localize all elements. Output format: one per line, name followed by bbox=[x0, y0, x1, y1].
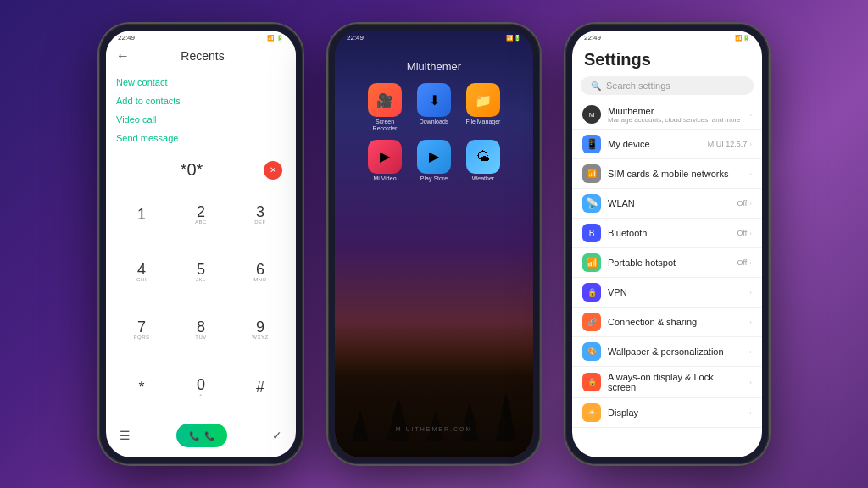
page-title: Recents bbox=[136, 49, 269, 63]
dial-key-3[interactable]: 3DEF bbox=[231, 186, 289, 242]
settings-list: M Miuithemer Manage accounts, cloud serv… bbox=[572, 100, 762, 458]
weather-label: Weather bbox=[472, 175, 494, 182]
watermark: MIUITHEMER.COM bbox=[335, 426, 533, 432]
chevron-icon: › bbox=[749, 200, 752, 208]
dialer-display: *0* ✕ bbox=[106, 152, 296, 183]
chevron-icon: › bbox=[749, 141, 752, 148]
dial-menu-icon[interactable]: ☰ bbox=[120, 429, 131, 442]
chevron-icon: › bbox=[749, 111, 752, 119]
device-icon: 📱 bbox=[582, 135, 601, 153]
menu-add-contacts[interactable]: Add to contacts bbox=[116, 92, 286, 109]
play-store-icon: ▶ bbox=[417, 140, 451, 174]
settings-bluetooth[interactable]: B Bluetooth Off › bbox=[572, 219, 762, 248]
chevron-icon: › bbox=[749, 170, 752, 178]
wlan-value: Off bbox=[737, 199, 747, 208]
dial-key-9[interactable]: 9WXYZ bbox=[231, 302, 289, 358]
search-bar[interactable]: 🔍 Search settings bbox=[581, 76, 754, 95]
files-label: File Manager bbox=[466, 119, 501, 125]
device-label: My device bbox=[608, 139, 701, 149]
app-grid: 🎥 Screen Recorder ⬇ Downloads 📁 File Man… bbox=[335, 80, 533, 192]
app-row-2: ▶ Mi Video ▶ Play Store 🌤 Weather bbox=[342, 140, 526, 182]
app-files[interactable]: 📁 File Manager bbox=[461, 83, 505, 133]
settings-wlan[interactable]: 📡 WLAN Off › bbox=[572, 189, 762, 219]
dial-key-4[interactable]: 4GHI bbox=[113, 244, 170, 300]
dial-key-5[interactable]: 5JKL bbox=[172, 244, 230, 300]
dial-key-1[interactable]: 1 bbox=[113, 186, 170, 242]
settings-user-account[interactable]: M Miuithemer Manage accounts, cloud serv… bbox=[572, 100, 762, 130]
chevron-icon: › bbox=[749, 348, 752, 356]
device-info: My device bbox=[608, 139, 701, 149]
aod-label: Always-on display & Lock screen bbox=[608, 372, 743, 392]
dial-pad: 1 2ABC 3DEF 4GHI 5JKL 6MNO 7PQRS 8TUV 9W… bbox=[106, 183, 296, 419]
tree-5 bbox=[496, 394, 516, 441]
check-icon[interactable]: ✓ bbox=[272, 429, 282, 442]
downloads-label: Downloads bbox=[420, 119, 449, 125]
phone-home: 22:49 📶🔋 Miuithemer 🎥 Screen Recorder ⬇ … bbox=[328, 24, 540, 464]
wlan-icon: 📡 bbox=[582, 194, 601, 213]
account-chevron: › bbox=[749, 111, 752, 119]
dial-key-2[interactable]: 2ABC bbox=[172, 186, 230, 242]
user-info: Miuithemer Manage accounts, cloud servic… bbox=[608, 106, 743, 124]
sim-label: SIM cards & mobile networks bbox=[608, 169, 743, 179]
settings-display[interactable]: ☀ Display › bbox=[572, 398, 762, 428]
bluetooth-label: Bluetooth bbox=[608, 228, 730, 238]
menu-send-message[interactable]: Send message bbox=[116, 130, 286, 147]
dial-key-star[interactable]: * bbox=[113, 359, 170, 415]
settings-my-device[interactable]: 📱 My device MIUI 12.5.7 › bbox=[572, 130, 762, 159]
play-store-label: Play Store bbox=[420, 175, 448, 182]
bluetooth-value: Off bbox=[737, 229, 747, 237]
settings-wallpaper[interactable]: 🎨 Wallpaper & personalization › bbox=[572, 337, 762, 367]
sim-icon: 📶 bbox=[582, 164, 601, 183]
app-downloads[interactable]: ⬇ Downloads bbox=[412, 83, 456, 133]
dial-key-0[interactable]: 0+ bbox=[172, 359, 230, 415]
phone-dialer: 22:49 📶 🔋 ← Recents New contact Add to c… bbox=[99, 24, 303, 464]
settings-connection[interactable]: 🔗 Connection & sharing › bbox=[572, 308, 762, 337]
menu-new-contact[interactable]: New contact bbox=[116, 74, 286, 91]
landscape-overlay bbox=[335, 322, 533, 458]
app-weather[interactable]: 🌤 Weather bbox=[461, 140, 505, 182]
settings-title: Settings bbox=[572, 43, 762, 73]
back-icon[interactable]: ← bbox=[116, 48, 130, 64]
wlan-label: WLAN bbox=[608, 198, 730, 208]
mi-video-label: Mi Video bbox=[373, 175, 396, 182]
app-play-store[interactable]: ▶ Play Store bbox=[412, 140, 456, 182]
hotspot-icon: 📶 bbox=[582, 253, 601, 272]
mi-video-icon: ▶ bbox=[368, 140, 402, 174]
dial-key-6[interactable]: 6MNO bbox=[231, 244, 289, 300]
settings-hotspot[interactable]: 📶 Portable hotspot Off › bbox=[572, 248, 762, 278]
delete-button[interactable]: ✕ bbox=[264, 161, 282, 180]
app-row-1: 🎥 Screen Recorder ⬇ Downloads 📁 File Man… bbox=[342, 83, 526, 133]
downloads-icon: ⬇ bbox=[417, 83, 451, 117]
dial-key-8[interactable]: 8TUV bbox=[172, 302, 230, 358]
user-subtitle: Manage accounts, cloud services, and mor… bbox=[608, 116, 743, 124]
search-placeholder: Search settings bbox=[606, 80, 670, 91]
chevron-icon: › bbox=[749, 319, 752, 326]
status-bar-1: 22:49 📶 🔋 bbox=[106, 30, 296, 43]
menu-video-call[interactable]: Video call bbox=[116, 111, 286, 128]
app-mi-video[interactable]: ▶ Mi Video bbox=[363, 140, 407, 182]
dial-key-7[interactable]: 7PQRS bbox=[113, 302, 170, 358]
tree-4 bbox=[461, 402, 478, 441]
context-menu: New contact Add to contacts Video call S… bbox=[106, 69, 296, 152]
display-label: Display bbox=[608, 408, 743, 418]
dial-number: *0* bbox=[120, 160, 264, 180]
user-avatar: M bbox=[582, 105, 601, 124]
settings-vpn[interactable]: 🔒 VPN › bbox=[572, 278, 762, 308]
dial-key-hash[interactable]: # bbox=[231, 359, 289, 415]
screen-recorder-icon: 🎥 bbox=[368, 83, 402, 117]
settings-aod[interactable]: 🔒 Always-on display & Lock screen › bbox=[572, 367, 762, 398]
bluetooth-icon: B bbox=[582, 224, 601, 242]
status-time-1: 22:49 bbox=[118, 34, 135, 42]
call-button[interactable]: 📞 📞 bbox=[176, 424, 227, 447]
settings-sim[interactable]: 📶 SIM cards & mobile networks › bbox=[572, 159, 762, 189]
chevron-icon: › bbox=[749, 409, 752, 417]
wallpaper-label: Wallpaper & personalization bbox=[608, 347, 743, 357]
connection-icon: 🔗 bbox=[582, 313, 601, 331]
app-screen-recorder[interactable]: 🎥 Screen Recorder bbox=[363, 83, 407, 133]
display-icon: ☀ bbox=[582, 403, 601, 422]
chevron-icon: › bbox=[749, 379, 752, 386]
user-name: Miuithemer bbox=[608, 106, 743, 116]
screen-recorder-label: Screen Recorder bbox=[363, 119, 407, 133]
aod-icon: 🔒 bbox=[582, 373, 601, 391]
status-icons-2: 📶🔋 bbox=[506, 35, 521, 42]
